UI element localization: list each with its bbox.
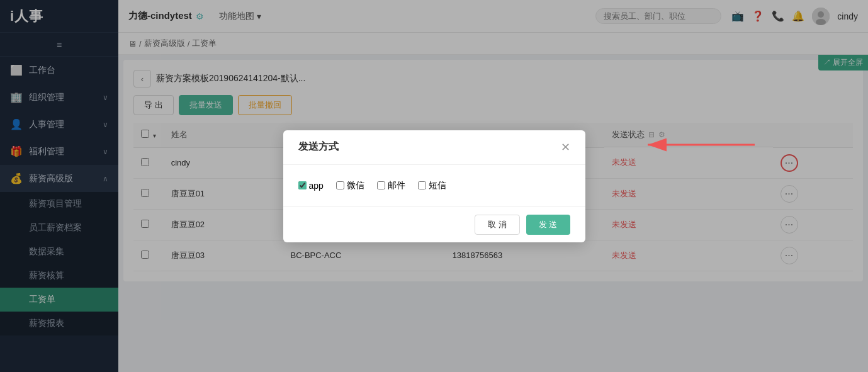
send-method-dialog: 发送方式 ✕ app 微信 邮件 短信 xyxy=(283,130,585,242)
option-app-label: app xyxy=(309,181,324,191)
send-button[interactable]: 发 送 xyxy=(526,215,570,235)
dialog-overlay[interactable]: 发送方式 ✕ app 微信 邮件 短信 xyxy=(0,0,868,372)
option-sms-label: 短信 xyxy=(429,180,446,191)
checkbox-app[interactable] xyxy=(298,181,307,189)
checkbox-email[interactable] xyxy=(377,181,385,189)
dialog-footer: 取 消 发 送 xyxy=(283,206,585,242)
checkbox-wechat[interactable] xyxy=(336,181,344,189)
arrow-annotation xyxy=(641,126,767,166)
option-wechat[interactable]: 微信 xyxy=(336,180,364,191)
send-options: app 微信 邮件 短信 xyxy=(298,180,570,191)
cancel-button[interactable]: 取 消 xyxy=(475,215,520,235)
dialog-close-button[interactable]: ✕ xyxy=(561,140,570,154)
checkbox-sms[interactable] xyxy=(418,181,426,189)
option-email-label: 邮件 xyxy=(388,180,405,191)
option-app[interactable]: app xyxy=(298,181,324,191)
dialog-header: 发送方式 ✕ xyxy=(283,130,585,165)
dialog-title: 发送方式 xyxy=(298,140,339,154)
dialog-body: app 微信 邮件 短信 xyxy=(283,165,585,206)
option-sms[interactable]: 短信 xyxy=(418,180,446,191)
option-wechat-label: 微信 xyxy=(347,180,364,191)
option-email[interactable]: 邮件 xyxy=(377,180,405,191)
